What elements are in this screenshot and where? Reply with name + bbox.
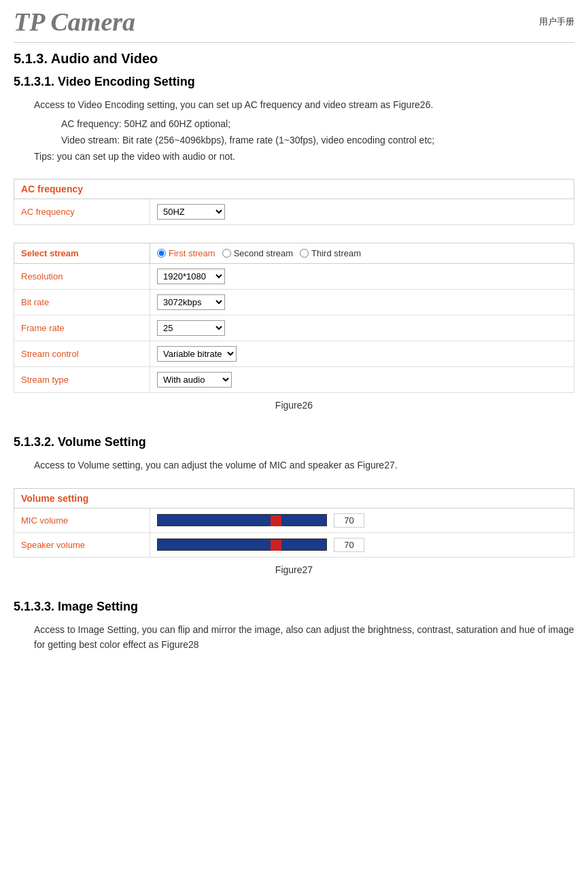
speaker-volume-thumb	[271, 540, 281, 551]
sub-section-2-title: 5.1.3.2. Volume Setting	[14, 435, 574, 449]
speaker-volume-label: Speaker volume	[14, 532, 150, 557]
resolution-label: Resolution	[14, 264, 150, 290]
table-row: Frame rate 25 15 10 5 1	[14, 315, 574, 341]
description-1: Access to Video Encoding setting, you ca…	[34, 97, 574, 112]
sub-section-3-title: 5.1.3.3. Image Setting	[14, 600, 574, 614]
third-stream-label: Third stream	[311, 248, 361, 258]
stream-radio-group: First stream Second stream Third stream	[150, 243, 574, 264]
volume-table: Volume setting MIC volume 70 Speaker vol…	[14, 488, 574, 558]
second-stream-radio-item[interactable]: Second stream	[222, 248, 293, 258]
ac-freq-select[interactable]: 50HZ 60HZ	[157, 204, 225, 220]
speaker-volume-row: 70	[157, 538, 567, 552]
mic-volume-value: 70	[334, 513, 364, 528]
speaker-volume-value: 70	[334, 538, 364, 552]
second-stream-radio[interactable]	[222, 249, 231, 258]
sub-section-1-title: 5.1.3.1. Video Encoding Setting	[14, 75, 574, 89]
table-row: Bit rate 3072kbps 2048kbps 1024kbps 512k…	[14, 290, 574, 315]
mic-volume-row: 70	[157, 513, 567, 528]
desc-line-1: Access to Video Encoding setting, you ca…	[34, 99, 433, 110]
framerate-label: Frame rate	[14, 315, 150, 341]
volume-setting-header: Volume setting	[14, 488, 574, 508]
stream-control-label: Stream control	[14, 341, 150, 367]
table-row: Stream control Variable bitrate Fixed bi…	[14, 341, 574, 367]
figure26-caption: Figure26	[14, 400, 574, 411]
select-stream-label: Select stream	[14, 243, 150, 264]
speaker-volume-slider[interactable]	[157, 538, 327, 551]
table-row: MIC volume 70	[14, 508, 574, 532]
stream-type-select[interactable]: With audio Without audio	[157, 372, 232, 388]
image-desc-line: Access to Image Setting, you can flip an…	[34, 624, 574, 650]
section-title: 5.1.3. Audio and Video	[14, 51, 574, 67]
third-stream-radio-item[interactable]: Third stream	[300, 248, 361, 258]
table-row: Speaker volume 70	[14, 532, 574, 557]
ac-freq-header: AC frequency	[14, 179, 574, 199]
stream-type-label: Stream type	[14, 367, 150, 393]
table-row: Resolution 1920*1080 1280*720 640*480	[14, 264, 574, 290]
resolution-select[interactable]: 1920*1080 1280*720 640*480	[157, 269, 225, 284]
bitrate-select[interactable]: 3072kbps 2048kbps 1024kbps 512kbps	[157, 294, 225, 310]
logo: TP Camera	[14, 7, 135, 37]
framerate-select[interactable]: 25 15 10 5 1	[157, 320, 225, 336]
mic-volume-slider[interactable]	[157, 514, 327, 526]
table-row: Stream type With audio Without audio	[14, 367, 574, 393]
mic-volume-label: MIC volume	[14, 508, 150, 532]
first-stream-radio[interactable]	[157, 249, 166, 258]
ac-frequency-table: AC frequency AC frequency 50HZ 60HZ	[14, 179, 574, 225]
desc-line-2: AC frequency: 50HZ and 60HZ optional;	[61, 116, 574, 133]
desc-line-3: Video stream: Bit rate (256~4096kbps), f…	[61, 133, 574, 149]
ac-freq-control[interactable]: 50HZ 60HZ	[150, 199, 574, 225]
first-stream-radio-item[interactable]: First stream	[157, 248, 215, 258]
first-stream-label: First stream	[169, 248, 215, 258]
stream-table: Select stream First stream Second stream…	[14, 243, 574, 393]
volume-description: Access to Volume setting, you can adjust…	[34, 458, 574, 473]
table-row: AC frequency 50HZ 60HZ	[14, 199, 574, 225]
page-header: TP Camera 用户手册	[14, 7, 574, 37]
figure27-caption: Figure27	[14, 564, 574, 575]
tips-text: Tips: you can set up the video with audi…	[34, 149, 574, 164]
third-stream-radio[interactable]	[300, 249, 309, 258]
manual-label: 用户手册	[539, 16, 574, 27]
volume-desc-line: Access to Volume setting, you can adjust…	[34, 460, 398, 470]
tips-line: Tips: you can set up the video with audi…	[34, 151, 235, 162]
header-right-text: 用户手册	[539, 16, 574, 28]
mic-volume-thumb	[271, 515, 281, 526]
ac-freq-label: AC frequency	[14, 199, 150, 225]
second-stream-label: Second stream	[234, 248, 293, 258]
desc-indented: AC frequency: 50HZ and 60HZ optional; Vi…	[61, 116, 574, 149]
bitrate-label: Bit rate	[14, 290, 150, 315]
stream-control-select[interactable]: Variable bitrate Fixed bitrate	[157, 346, 237, 362]
image-description: Access to Image Setting, you can flip an…	[34, 622, 574, 653]
